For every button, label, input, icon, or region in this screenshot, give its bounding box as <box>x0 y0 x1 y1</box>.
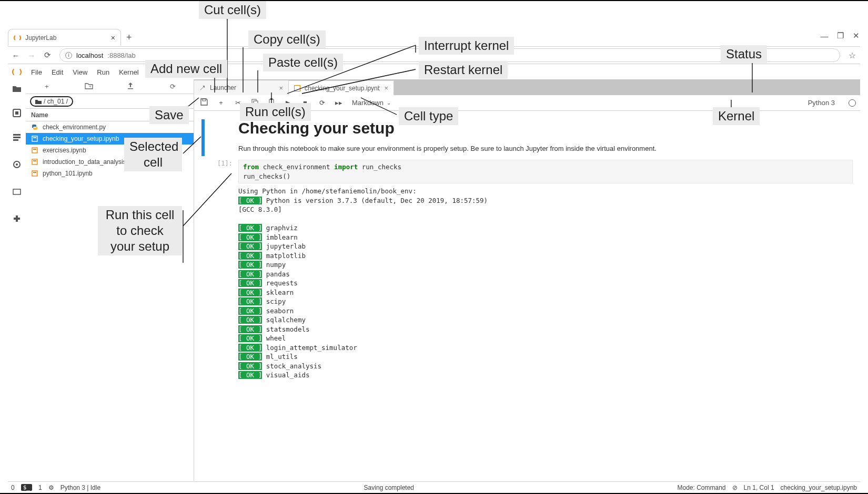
menu-run[interactable]: Run <box>97 68 109 76</box>
status-zero: 0 <box>11 484 15 491</box>
kernel-name[interactable]: Python 3 <box>808 99 835 107</box>
status-mode: Mode: Command <box>677 484 725 491</box>
annotation-run: Run cell(s) <box>240 103 311 121</box>
svg-rect-25 <box>32 136 37 141</box>
notebook-trust-icon[interactable]: ⊘ <box>732 484 738 491</box>
cell-output: Using Python in /home/stefaniemolin/book… <box>238 187 853 380</box>
python-file-icon <box>31 124 38 131</box>
terminals-count: 1 <box>38 484 42 491</box>
add-cell-icon[interactable]: + <box>217 99 225 107</box>
status-kernel: Python 3 | Idle <box>60 484 101 491</box>
running-icon[interactable] <box>12 108 22 118</box>
menu-edit[interactable]: Edit <box>52 68 63 76</box>
close-window-icon[interactable]: ✕ <box>852 31 860 40</box>
file-name: check_environment.py <box>43 124 106 131</box>
annotation-selected-cell: Selected cell <box>124 138 182 171</box>
url-host: localhost <box>76 52 103 59</box>
tab-launcher[interactable]: ⭧ Launcher × <box>194 80 289 95</box>
restart-run-all-icon[interactable]: ▸▸ <box>335 99 342 107</box>
annotation-restart: Restart kernel <box>419 61 508 79</box>
notebook-file-icon <box>31 170 38 177</box>
status-saving: Saving completed <box>364 484 414 491</box>
browser-tab-title: JupyterLab <box>25 34 107 42</box>
annotation-add-new: Add new cell <box>145 60 227 78</box>
celltype-select[interactable]: Markdown⌄ <box>352 99 391 107</box>
notebook-file-icon <box>31 135 38 142</box>
commands-icon[interactable] <box>12 132 22 142</box>
tab-notebook[interactable]: checking_your_setup.ipynb × <box>289 80 394 95</box>
extensions-icon[interactable] <box>12 214 22 224</box>
chevron-down-icon: ⌄ <box>387 100 391 106</box>
svg-rect-16 <box>15 111 18 115</box>
save-icon[interactable] <box>200 98 208 107</box>
file-name: exercises.ipynb <box>43 147 86 154</box>
kernel-status-icon[interactable] <box>849 99 856 107</box>
notebook-file-icon <box>31 147 38 154</box>
annotation-status: Status <box>721 45 767 63</box>
close-icon[interactable]: × <box>111 34 115 42</box>
notebook-icon <box>294 85 300 91</box>
browser-tab[interactable]: JupyterLab × <box>8 29 121 46</box>
left-rail <box>8 79 26 481</box>
terminal-icon[interactable]: $_ <box>21 484 32 491</box>
cell-selection-bar <box>201 119 205 156</box>
url-path: :8888/lab <box>107 52 136 59</box>
close-icon[interactable]: × <box>279 84 283 92</box>
close-icon[interactable]: × <box>384 84 388 92</box>
dock-tabstrip: ⭧ Launcher × checking_your_setup.ipynb × <box>194 79 860 95</box>
launcher-icon: ⭧ <box>199 84 206 91</box>
svg-rect-22 <box>13 189 21 194</box>
annotation-interrupt: Interrupt kernel <box>419 37 514 55</box>
status-bar: 0 $_ 1 ⚙ Python 3 | Idle Saving complete… <box>8 481 860 493</box>
code-input[interactable]: from check_environment import run_checks… <box>238 160 853 183</box>
refresh-icon[interactable]: ⟳ <box>166 83 179 90</box>
svg-text:+: + <box>89 84 92 89</box>
file-name: checking_your_setup.ipynb <box>43 135 119 142</box>
maximize-icon[interactable]: ❐ <box>836 31 844 40</box>
forward-button[interactable]: → <box>24 51 39 60</box>
svg-rect-30 <box>33 160 36 161</box>
svg-rect-19 <box>13 139 18 141</box>
svg-rect-32 <box>33 172 36 173</box>
file-name: python_101.ipynb <box>43 170 93 177</box>
cell-prompt: [1]: <box>217 160 233 167</box>
svg-point-21 <box>16 163 18 166</box>
annotation-paste: Paste cell(s) <box>263 54 343 71</box>
jupyter-logo-icon <box>14 34 21 42</box>
code-cell[interactable]: [1]: from check_environment import run_c… <box>201 160 853 380</box>
lsp-settings-icon[interactable]: ⚙ <box>48 484 54 491</box>
svg-rect-29 <box>32 159 37 164</box>
folder-icon[interactable] <box>12 84 22 94</box>
annotation-copy: Copy cell(s) <box>248 30 326 48</box>
bookmark-icon[interactable]: ☆ <box>844 50 860 60</box>
svg-rect-27 <box>32 148 37 153</box>
menu-view[interactable]: View <box>73 68 87 76</box>
minimize-icon[interactable]: — <box>820 32 829 40</box>
upload-icon[interactable] <box>124 82 137 91</box>
back-button[interactable]: ← <box>8 51 24 60</box>
settings-icon[interactable] <box>12 159 22 170</box>
notebook-file-icon <box>31 158 38 166</box>
page-desc: Run through this notebook to make sure y… <box>238 145 853 152</box>
notebook-body: Checking your setup Run through this not… <box>194 111 860 481</box>
jupyter-logo-icon <box>12 67 22 77</box>
annotation-run-hint: Run this cell to check your setup <box>98 206 182 255</box>
new-tab-button[interactable]: + <box>126 32 132 43</box>
page-title: Checking your setup <box>238 119 853 137</box>
reload-button[interactable]: ⟳ <box>39 50 55 60</box>
tab-launcher-label: Launcher <box>210 84 275 91</box>
status-cursor: Ln 1, Col 1 <box>744 484 774 491</box>
svg-rect-26 <box>33 137 36 138</box>
new-launcher-icon[interactable]: + <box>41 83 53 90</box>
annotation-cut: Cut cell(s) <box>199 1 266 19</box>
new-folder-icon[interactable]: + <box>83 82 95 91</box>
tabs-icon[interactable] <box>12 187 22 197</box>
restart-icon[interactable]: ⟳ <box>318 99 326 107</box>
file-name: introduction_to_data_analysis.. <box>43 158 129 166</box>
menu-file[interactable]: File <box>31 68 42 76</box>
menu-kernel[interactable]: Kernel <box>119 68 139 76</box>
status-file: checking_your_setup.ipynb <box>781 484 857 491</box>
svg-rect-17 <box>13 134 21 136</box>
annotation-celltype: Cell type <box>399 107 458 125</box>
svg-rect-18 <box>13 137 21 138</box>
